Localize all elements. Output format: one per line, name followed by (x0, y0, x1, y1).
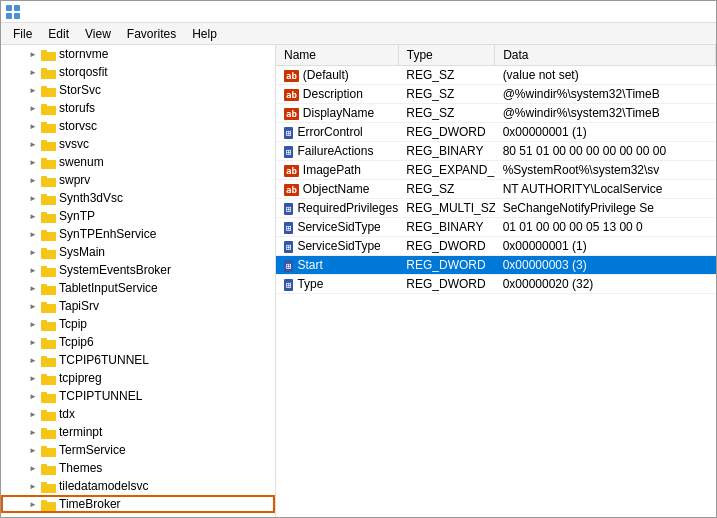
table-row[interactable]: ⊞StartREG_DWORD0x00000003 (3) (276, 256, 716, 275)
cell-type: REG_DWORD (398, 237, 494, 256)
tree-item[interactable]: ► TabletInputService (1, 279, 275, 297)
svg-rect-33 (41, 302, 47, 305)
expand-icon[interactable]: ► (25, 496, 41, 512)
expand-icon[interactable]: ► (25, 370, 41, 386)
expand-icon[interactable]: ► (25, 514, 41, 517)
expand-icon[interactable]: ► (25, 226, 41, 242)
tree-item[interactable]: ► tdx (1, 405, 275, 423)
expand-icon[interactable]: ► (25, 136, 41, 152)
expand-icon[interactable]: ► (25, 334, 41, 350)
tree-item[interactable]: ► TCPIP6TUNNEL (1, 351, 275, 369)
svg-rect-49 (41, 446, 47, 449)
expand-icon[interactable]: ► (25, 244, 41, 260)
expand-icon[interactable]: ► (25, 154, 41, 170)
tree-item[interactable]: ► SysMain (1, 243, 275, 261)
table-row[interactable]: abImagePathREG_EXPAND_SZ%SystemRoot%\sys… (276, 161, 716, 180)
col-header-name[interactable]: Name (276, 45, 398, 66)
tree-item[interactable]: ► SynTPEnhService (1, 225, 275, 243)
expand-icon[interactable]: ► (25, 208, 41, 224)
tree-item-label: SynTP (59, 209, 95, 223)
tree-item[interactable]: ► stornvme (1, 45, 275, 63)
tree-item-label: SynTPEnhService (59, 227, 156, 241)
tree-item[interactable]: ► StorSvc (1, 81, 275, 99)
tree-item[interactable]: ► TimeBroker (1, 495, 275, 513)
expand-icon[interactable]: ► (25, 64, 41, 80)
table-row[interactable]: abDescriptionREG_SZ@%windir%\system32\Ti… (276, 85, 716, 104)
expand-icon[interactable]: ► (25, 190, 41, 206)
tree-item[interactable]: ► TermService (1, 441, 275, 459)
table-row[interactable]: ⊞TypeREG_DWORD0x00000020 (32) (276, 275, 716, 294)
menu-favorites[interactable]: Favorites (119, 25, 184, 43)
expand-icon[interactable]: ► (25, 316, 41, 332)
expand-icon[interactable]: ► (25, 100, 41, 116)
folder-icon (41, 155, 59, 169)
ab-icon: ab (284, 68, 303, 82)
menu-help[interactable]: Help (184, 25, 225, 43)
table-row[interactable]: ⊞FailureActionsREG_BINARY80 51 01 00 00 … (276, 142, 716, 161)
expand-icon[interactable]: ► (25, 82, 41, 98)
folder-icon (41, 461, 59, 475)
cell-type: REG_MULTI_SZ (398, 199, 494, 218)
tree-pane[interactable]: ► stornvme► storqosfit► StorSvc► storufs… (1, 45, 276, 517)
tree-item[interactable]: ► terminpt (1, 423, 275, 441)
table-row[interactable]: abDisplayNameREG_SZ@%windir%\system32\Ti… (276, 104, 716, 123)
tree-item[interactable]: ► Themes (1, 459, 275, 477)
cell-data: NT AUTHORITY\LocalService (495, 180, 716, 199)
svg-rect-23 (41, 212, 47, 215)
tree-item[interactable]: ► TapiSrv (1, 297, 275, 315)
table-row[interactable]: ⊞ServiceSidTypeREG_BINARY01 01 00 00 00 … (276, 218, 716, 237)
expand-icon[interactable]: ► (25, 172, 41, 188)
tree-item[interactable]: ► TCPIPTUNNEL (1, 387, 275, 405)
tree-item[interactable]: ► SynTP (1, 207, 275, 225)
expand-icon[interactable]: ► (25, 118, 41, 134)
tree-item[interactable]: ► swenum (1, 153, 275, 171)
expand-icon[interactable]: ► (25, 406, 41, 422)
svg-rect-48 (41, 448, 56, 457)
cell-name: ⊞Type (276, 275, 398, 294)
tree-item[interactable]: ► SystemEventsBroker (1, 261, 275, 279)
expand-icon[interactable]: ► (25, 478, 41, 494)
table-row[interactable]: ab(Default)REG_SZ(value not set) (276, 66, 716, 85)
tree-item[interactable]: ► tcpipreg (1, 369, 275, 387)
col-header-data[interactable]: Data (495, 45, 716, 66)
svg-rect-47 (41, 428, 47, 431)
svg-rect-9 (41, 86, 47, 89)
cell-data: @%windir%\system32\TimeB (495, 104, 716, 123)
tree-item[interactable]: ► Synth3dVsc (1, 189, 275, 207)
table-row[interactable]: ⊞ServiceSidTypeREG_DWORD0x00000001 (1) (276, 237, 716, 256)
tree-item[interactable]: ► svsvc (1, 135, 275, 153)
expand-icon[interactable]: ► (25, 460, 41, 476)
tree-item[interactable]: ► Tcpip6 (1, 333, 275, 351)
expand-icon[interactable]: ► (25, 46, 41, 62)
cell-type: REG_BINARY (398, 218, 494, 237)
cell-name: ⊞ServiceSidType (276, 237, 398, 256)
expand-icon[interactable]: ► (25, 280, 41, 296)
expand-icon[interactable]: ► (25, 262, 41, 278)
table-row[interactable]: ⊞RequiredPrivilegesREG_MULTI_SZSeChangeN… (276, 199, 716, 218)
expand-icon[interactable]: ► (25, 298, 41, 314)
menu-file[interactable]: File (5, 25, 40, 43)
table-row[interactable]: ⊞ErrorControlREG_DWORD0x00000001 (1) (276, 123, 716, 142)
tree-item[interactable]: ► Tcpip (1, 315, 275, 333)
close-button[interactable] (686, 4, 712, 20)
maximize-button[interactable] (658, 4, 684, 20)
tree-item[interactable]: ► tiledatamodelsvc (1, 477, 275, 495)
expand-icon[interactable]: ► (25, 442, 41, 458)
tree-item[interactable]: ► storvsc (1, 117, 275, 135)
expand-icon[interactable]: ► (25, 352, 41, 368)
tree-item[interactable]: ► storufs (1, 99, 275, 117)
menu-view[interactable]: View (77, 25, 119, 43)
tree-item[interactable]: ► storqosfit (1, 63, 275, 81)
expand-icon[interactable]: ► (25, 424, 41, 440)
menu-edit[interactable]: Edit (40, 25, 77, 43)
tree-item[interactable]: ► swprv (1, 171, 275, 189)
table-row[interactable]: abObjectNameREG_SZNT AUTHORITY\LocalServ… (276, 180, 716, 199)
tree-item-label: terminpt (59, 425, 102, 439)
svg-rect-34 (41, 322, 56, 331)
tree-item[interactable]: ► TPM (1, 513, 275, 517)
details-pane[interactable]: Name Type Data ab(Default)REG_SZ(value n… (276, 45, 716, 517)
tree-item-label: TCPIPTUNNEL (59, 389, 142, 403)
col-header-type[interactable]: Type (398, 45, 494, 66)
minimize-button[interactable] (630, 4, 656, 20)
expand-icon[interactable]: ► (25, 388, 41, 404)
